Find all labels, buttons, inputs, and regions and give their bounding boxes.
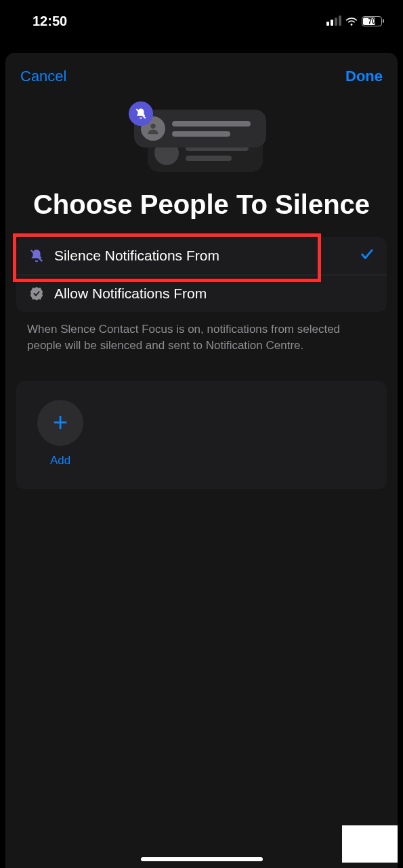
overlay-box [342,825,398,863]
add-circle: + [37,400,83,446]
bell-slash-icon [28,248,45,264]
done-button[interactable]: Done [345,68,383,85]
people-section: + Add [16,381,387,489]
battery-indicator: 70 [362,16,384,26]
status-indicators: 70 [326,16,384,26]
checkmark-icon [360,247,375,265]
options-list: Silence Notifications From Allow Notific… [16,237,387,312]
plus-icon: + [53,408,68,437]
option-label: Silence Notifications From [54,248,350,264]
checkmark-seal-icon [28,285,45,302]
add-label: Add [50,454,70,467]
page-title: Choose People To Silence [5,188,398,221]
modal-sheet: Cancel Done [5,53,398,868]
battery-percent: 70 [368,18,375,25]
cancel-button[interactable]: Cancel [20,68,66,85]
home-indicator[interactable] [141,857,263,861]
option-label: Allow Notifications From [54,285,375,302]
bell-slash-badge-icon [129,101,153,126]
wifi-icon [345,16,358,26]
header-illustration [5,106,398,180]
sheet-header: Cancel Done [5,53,398,85]
cellular-signal-icon [326,16,341,26]
status-time: 12:50 [33,14,67,29]
option-allow-notifications[interactable]: Allow Notifications From [16,275,387,312]
option-silence-notifications[interactable]: Silence Notifications From [16,237,387,275]
footer-description: When Slence Contact Focus is on, notific… [27,321,376,354]
add-person-button[interactable]: + Add [37,400,84,467]
status-bar: 12:50 70 [0,0,403,34]
svg-point-0 [150,124,155,129]
